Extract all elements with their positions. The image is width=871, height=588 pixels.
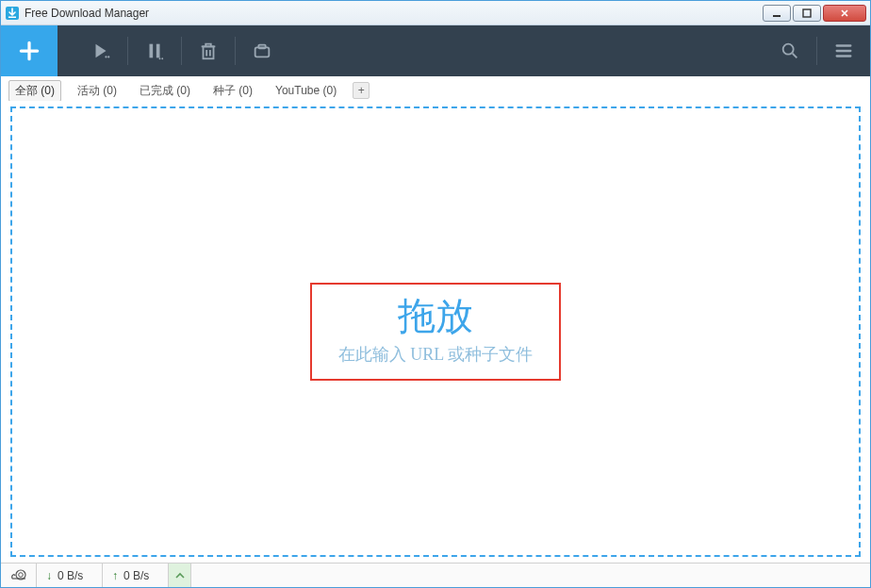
- window-title: Free Download Manager: [25, 7, 149, 20]
- pause-button[interactable]: [128, 25, 181, 76]
- delete-button[interactable]: [182, 25, 235, 76]
- filter-tabs: 全部 (0) 活动 (0) 已完成 (0) 种子 (0) YouTube (0)…: [1, 76, 870, 101]
- toolbar: [1, 25, 870, 76]
- add-download-button[interactable]: [1, 25, 58, 76]
- app-icon: [5, 6, 20, 21]
- start-button[interactable]: [74, 25, 127, 76]
- drop-subtitle: 在此输入 URL 或种子文件: [338, 343, 533, 366]
- drop-box: 拖放 在此输入 URL 或种子文件: [310, 283, 561, 381]
- close-button[interactable]: [823, 5, 866, 22]
- plus-icon: +: [358, 84, 365, 97]
- tab-active[interactable]: 活动 (0): [71, 80, 123, 102]
- tab-all[interactable]: 全部 (0): [8, 80, 61, 102]
- upload-arrow-icon: ↑: [112, 569, 118, 582]
- status-bar: ↓ 0 B/s ↑ 0 B/s: [1, 563, 870, 587]
- expand-panel-button[interactable]: [169, 564, 191, 587]
- svg-point-5: [107, 56, 109, 57]
- chevron-up-icon: [175, 569, 185, 582]
- download-speed[interactable]: ↓ 0 B/s: [37, 564, 103, 587]
- main-area: 拖放 在此输入 URL 或种子文件: [1, 101, 870, 563]
- tab-youtube[interactable]: YouTube (0): [269, 81, 343, 100]
- svg-rect-6: [150, 44, 154, 58]
- svg-point-9: [161, 57, 163, 59]
- svg-rect-7: [156, 44, 160, 58]
- download-speed-value: 0 B/s: [58, 569, 83, 582]
- download-arrow-icon: ↓: [46, 569, 52, 582]
- upload-speed-value: 0 B/s: [123, 569, 149, 582]
- svg-point-8: [159, 57, 161, 59]
- tab-completed[interactable]: 已完成 (0): [133, 80, 197, 102]
- svg-point-15: [18, 573, 23, 578]
- move-button[interactable]: [236, 25, 288, 76]
- title-bar: Free Download Manager: [1, 1, 870, 25]
- snail-icon: [10, 567, 27, 583]
- upload-speed[interactable]: ↑ 0 B/s: [103, 564, 169, 587]
- svg-rect-3: [803, 9, 811, 17]
- drop-zone[interactable]: 拖放 在此输入 URL 或种子文件: [10, 106, 861, 557]
- speed-limit-button[interactable]: [1, 564, 37, 587]
- svg-rect-12: [258, 45, 265, 49]
- svg-rect-1: [8, 16, 16, 18]
- svg-point-13: [783, 44, 794, 55]
- maximize-button[interactable]: [793, 5, 821, 22]
- svg-rect-2: [773, 15, 781, 17]
- drop-title: 拖放: [338, 296, 533, 337]
- add-tab-button[interactable]: +: [353, 82, 370, 99]
- tab-torrents[interactable]: 种子 (0): [206, 80, 259, 102]
- svg-point-4: [105, 56, 107, 57]
- window-controls: [763, 5, 866, 22]
- minimize-button[interactable]: [763, 5, 791, 22]
- svg-rect-10: [204, 46, 214, 58]
- search-button[interactable]: [764, 25, 816, 76]
- menu-button[interactable]: [817, 25, 870, 76]
